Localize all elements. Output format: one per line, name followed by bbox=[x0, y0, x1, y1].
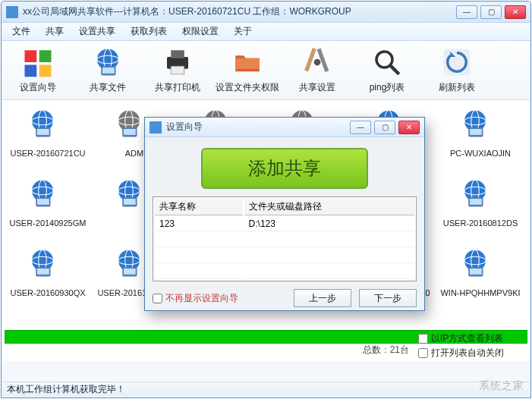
computer-label: USER-20140925GM bbox=[10, 218, 87, 228]
svg-rect-7 bbox=[171, 66, 184, 74]
menu-set-share[interactable]: 设置共享 bbox=[71, 24, 123, 39]
tool-label: 设置向导 bbox=[20, 81, 56, 94]
refresh-icon bbox=[441, 46, 473, 78]
svg-rect-43 bbox=[470, 129, 482, 135]
check-by-ip[interactable]: 以IP方式查看列表 bbox=[418, 332, 526, 345]
add-share-button[interactable]: 添加共享 bbox=[201, 148, 368, 189]
share-table[interactable]: 共享名称 文件夹或磁盘路径 123D:\123 bbox=[153, 196, 417, 281]
main-window: xx公司局域网共享软件---计算机名：USER-20160721CU 工作组：W… bbox=[1, 1, 531, 398]
globe-icon bbox=[92, 46, 124, 78]
computer-label: ADM bbox=[125, 149, 143, 158]
svg-rect-18 bbox=[37, 129, 49, 135]
tool-magnifier[interactable]: ping列表 bbox=[357, 46, 417, 94]
close-button[interactable]: ✕ bbox=[505, 5, 526, 19]
svg-rect-4 bbox=[102, 68, 115, 74]
maximize-button[interactable]: ▢ bbox=[480, 5, 502, 19]
menu-file[interactable]: 文件 bbox=[5, 24, 38, 39]
tool-refresh[interactable]: 刷新列表 bbox=[427, 46, 487, 94]
svg-rect-48 bbox=[37, 199, 49, 205]
computer-label: PC-WUXIAOJIN bbox=[450, 149, 511, 158]
tool-folder[interactable]: 设置文件夹权限 bbox=[217, 46, 278, 94]
tool-label: 设置文件夹权限 bbox=[216, 81, 279, 94]
check-dont-show[interactable]: 不再显示设置向导 bbox=[153, 292, 238, 305]
next-button[interactable]: 下一步 bbox=[359, 289, 417, 307]
table-row[interactable]: 123D:\123 bbox=[155, 217, 414, 231]
dialog-minimize-button[interactable]: — bbox=[350, 121, 371, 134]
svg-rect-73 bbox=[470, 199, 482, 205]
computer-item[interactable]: USER-20160721CU bbox=[5, 105, 91, 174]
tools-icon bbox=[301, 46, 333, 78]
computer-label: WIN-HPQHHMPV9KI bbox=[440, 288, 520, 297]
tool-label: 共享设置 bbox=[299, 81, 335, 94]
menubar: 文件 共享 设置共享 获取列表 权限设置 关于 bbox=[2, 23, 530, 41]
col-share-path: 文件夹或磁盘路径 bbox=[244, 199, 414, 215]
tool-label: 刷新列表 bbox=[439, 81, 475, 94]
tool-label: 共享文件 bbox=[90, 81, 126, 94]
computer-item[interactable]: USER-20160812DS bbox=[437, 174, 524, 244]
computer-icon bbox=[27, 247, 69, 287]
computer-icon bbox=[459, 108, 502, 147]
folder-icon bbox=[231, 46, 263, 78]
app-icon bbox=[6, 6, 18, 18]
toolbar: 设置向导共享文件共享打印机设置文件夹权限共享设置ping列表刷新列表 bbox=[2, 41, 530, 100]
computer-item[interactable]: USER-20140925GM bbox=[5, 174, 91, 244]
tool-tools[interactable]: 共享设置 bbox=[287, 46, 348, 94]
svg-rect-6 bbox=[171, 50, 184, 58]
status-text: 本机工作组计算机获取完毕！ bbox=[7, 383, 125, 396]
computer-icon bbox=[459, 247, 502, 287]
menu-about[interactable]: 关于 bbox=[226, 24, 260, 39]
computer-icon bbox=[459, 178, 502, 217]
cell-share-name: 123 bbox=[155, 217, 243, 231]
menu-get-list[interactable]: 获取列表 bbox=[123, 24, 175, 39]
svg-rect-83 bbox=[124, 269, 136, 275]
main-titlebar[interactable]: xx公司局域网共享软件---计算机名：USER-20160721CU 工作组：W… bbox=[2, 2, 530, 23]
svg-rect-78 bbox=[37, 269, 49, 275]
wizard-dialog: 设置向导 — ▢ ✕ 添加共享 共享名称 文件夹或磁盘路径 123D:\123 … bbox=[144, 117, 425, 311]
magnifier-icon bbox=[371, 46, 403, 78]
windows-icon bbox=[22, 46, 54, 78]
computer-item[interactable]: PC-WUXIAOJIN bbox=[437, 105, 524, 174]
statusbar: 本机工作组计算机获取完毕！ bbox=[2, 382, 530, 397]
dialog-title: 设置向导 bbox=[166, 121, 350, 134]
svg-rect-8 bbox=[304, 48, 316, 71]
tool-globe[interactable]: 共享文件 bbox=[77, 46, 138, 94]
tool-windows[interactable]: 设置向导 bbox=[8, 46, 68, 94]
col-share-name: 共享名称 bbox=[155, 199, 243, 215]
prev-button[interactable]: 上一步 bbox=[294, 289, 351, 307]
svg-rect-103 bbox=[470, 269, 482, 275]
tool-label: ping列表 bbox=[370, 81, 405, 94]
count-label: 总数：21台 bbox=[363, 344, 409, 357]
dialog-titlebar[interactable]: 设置向导 — ▢ ✕ bbox=[145, 118, 424, 137]
computer-label: USER-20160812DS bbox=[443, 218, 518, 228]
dialog-maximize-button[interactable]: ▢ bbox=[374, 121, 395, 134]
computer-icon bbox=[27, 178, 69, 217]
svg-line-12 bbox=[390, 65, 398, 74]
svg-rect-53 bbox=[124, 199, 136, 205]
computer-item[interactable]: USER-20160930QX bbox=[5, 244, 91, 314]
computer-item[interactable]: WIN-HPQHHMPV9KI bbox=[437, 244, 524, 314]
minimize-button[interactable]: — bbox=[456, 5, 477, 19]
cell-share-path: D:\123 bbox=[244, 217, 414, 231]
svg-point-10 bbox=[314, 59, 321, 66]
menu-permissions[interactable]: 权限设置 bbox=[175, 24, 226, 39]
tool-printer[interactable]: 共享打印机 bbox=[147, 46, 208, 94]
tool-label: 共享打印机 bbox=[155, 81, 200, 94]
computer-icon bbox=[27, 108, 69, 147]
svg-rect-23 bbox=[124, 129, 136, 135]
window-title: xx公司局域网共享软件---计算机名：USER-20160721CU 工作组：W… bbox=[23, 5, 456, 18]
dialog-close-button[interactable]: ✕ bbox=[398, 121, 420, 134]
dialog-icon bbox=[150, 121, 162, 134]
computer-label: USER-20160721CU bbox=[10, 149, 85, 158]
check-auto-close[interactable]: 打开列表自动关闭 bbox=[418, 347, 526, 360]
svg-point-11 bbox=[376, 52, 392, 68]
computer-label: USER-20160930QX bbox=[10, 288, 85, 297]
printer-icon bbox=[162, 46, 194, 78]
menu-share[interactable]: 共享 bbox=[38, 24, 71, 39]
